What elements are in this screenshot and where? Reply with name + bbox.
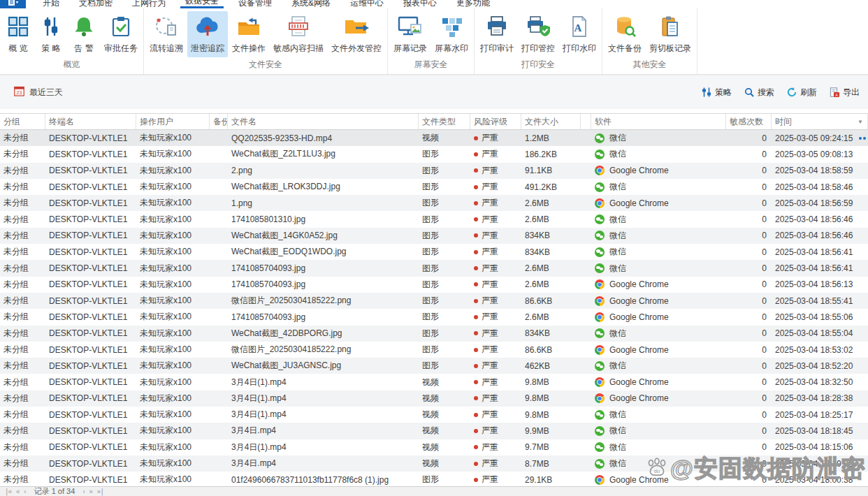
cell-count: 0 <box>726 163 772 179</box>
column-header-type[interactable]: 文件类型 <box>419 114 470 129</box>
ribbon-button-label: 打印管控 <box>521 43 555 54</box>
ribbon-group-label: 概览 <box>2 57 141 75</box>
column-header-file[interactable]: 文件名 <box>228 114 419 129</box>
cell-backup <box>210 407 228 423</box>
table-row[interactable]: 未分组DESKTOP-VLKTLE1未知玩家x1001741085704093.… <box>0 260 868 276</box>
table-row[interactable]: 未分组DESKTOP-VLKTLE1未知玩家x1003月4日.mp4视频严重8.… <box>0 455 868 472</box>
column-header-terminal[interactable]: 终端名 <box>45 114 136 129</box>
table-row[interactable]: 未分组DESKTOP-VLKTLE1未知玩家x100WeChat截图_JU3AG… <box>0 358 868 374</box>
risk-label: 严重 <box>482 458 498 469</box>
tab-2[interactable]: 文档加密 <box>74 0 117 8</box>
tab-4[interactable]: 数据安全 <box>180 0 224 8</box>
column-header-backup[interactable]: 备份 <box>210 114 228 129</box>
column-header-size[interactable]: 文件大小 <box>521 114 581 129</box>
ribbon-button-label: 泄密追踪 <box>191 43 224 54</box>
table-row[interactable]: 未分组DESKTOP-VLKTLE1未知玩家x100WeChat截图_14GK0… <box>0 228 868 244</box>
ribbon-button[interactable]: 概 览 <box>2 11 34 57</box>
ribbon-button[interactable]: 敏感内容扫描 <box>270 11 327 57</box>
ribbon-button[interactable]: 泄密追踪 <box>187 11 228 57</box>
ribbon-button[interactable]: 文件备份 <box>605 11 645 57</box>
table-row[interactable]: 未分组DESKTOP-VLKTLE1未知玩家x100WeChat截图_EODQ1… <box>0 244 868 260</box>
ribbon-group-buttons: 屏幕记录屏幕水印 <box>390 8 472 57</box>
date-filter-button[interactable]: 23 最近三天 <box>14 86 63 99</box>
cell-file: WeChat截图_Z2LT1LU3.jpg <box>228 146 419 162</box>
column-header-time[interactable]: 时间▼ <box>772 114 868 129</box>
software-name: Google Chrome <box>609 393 669 403</box>
table-row[interactable]: 未分组DESKTOP-VLKTLE1未知玩家x1003月4日(1).mp4视频严… <box>0 374 868 390</box>
ribbon-button[interactable]: 剪切板记录 <box>646 11 695 57</box>
pager-prev-page-icon[interactable]: « <box>16 488 20 495</box>
tab-3[interactable]: 上网行为 <box>127 0 171 8</box>
ribbon-button[interactable]: A打印水印 <box>559 11 600 57</box>
pager-next-icon[interactable]: › <box>82 488 85 495</box>
column-header-spacer[interactable] <box>581 114 591 129</box>
table-row[interactable]: 未分组DESKTOP-VLKTLE1未知玩家x1001741085704093.… <box>0 277 868 293</box>
ribbon-button[interactable]: 打印审计 <box>477 11 517 57</box>
table-row[interactable]: 未分组DESKTOP-VLKTLE1未知玩家x100QQ202535-92353… <box>0 130 868 146</box>
risk-dot <box>474 396 478 400</box>
column-header-group[interactable]: 分组 <box>0 114 45 129</box>
sliders-button[interactable]: 策略 <box>702 87 732 99</box>
row-more-dots[interactable] <box>859 137 866 140</box>
ribbon-button[interactable]: 流转追溯 <box>146 11 187 57</box>
tab-8[interactable]: 报表中心 <box>398 0 442 8</box>
table-row[interactable]: 未分组DESKTOP-VLKTLE1未知玩家x100WeChat截图_LROK3… <box>0 179 868 195</box>
table-row[interactable]: 未分组DESKTOP-VLKTLE1未知玩家x100微信图片_202503041… <box>0 342 868 358</box>
cell-terminal: DESKTOP-VLKTLE1 <box>45 309 136 325</box>
cell-spacer <box>581 146 591 162</box>
ribbon-button[interactable]: 告 警 <box>68 11 100 57</box>
table-row[interactable]: 未分组DESKTOP-VLKTLE1未知玩家x1001741085801310.… <box>0 211 868 227</box>
table-row[interactable]: 未分组DESKTOP-VLKTLE1未知玩家x1003月4日.mp4视频严重9.… <box>0 423 868 439</box>
app-menu-button[interactable] <box>0 0 26 8</box>
action-label: 策略 <box>715 87 732 99</box>
db-search-icon <box>613 15 637 38</box>
cell-count: 0 <box>726 244 772 260</box>
tab-6[interactable]: 系统&网络 <box>287 0 335 8</box>
ribbon-button[interactable]: 文件操作 <box>229 11 269 57</box>
wechat-icon <box>595 214 605 224</box>
column-header-user[interactable]: 操作用户 <box>136 114 210 129</box>
tab-5[interactable]: 设备管理 <box>233 0 277 8</box>
search-button[interactable]: 搜索 <box>744 87 774 99</box>
table-row[interactable]: 未分组DESKTOP-VLKTLE1未知玩家x1003月4日(1).mp4视频严… <box>0 407 868 423</box>
tab-9[interactable]: 更多功能 <box>451 0 495 8</box>
tab-1[interactable]: 开始 <box>38 0 64 8</box>
pager-first-icon[interactable]: |« <box>6 488 13 495</box>
tab-7[interactable]: 运维中心 <box>345 0 389 8</box>
ribbon-button[interactable]: 策 略 <box>35 11 67 57</box>
risk-label: 严重 <box>482 360 498 372</box>
cell-group: 未分组 <box>0 130 45 146</box>
column-header-software[interactable]: 软件 <box>591 114 726 129</box>
cell-group: 未分组 <box>0 407 45 423</box>
refresh-button[interactable]: 刷新 <box>787 87 817 99</box>
cell-user: 未知玩家x100 <box>136 407 210 423</box>
ribbon-button[interactable]: 文件外发管控 <box>328 11 385 57</box>
column-header-risk[interactable]: 风险评级 <box>470 114 521 129</box>
ribbon-group: 概 览策 略告 警审批任务概览 <box>0 8 144 74</box>
trace-flow-icon <box>154 15 179 38</box>
calendar-icon: 23 <box>14 86 24 99</box>
ribbon-button[interactable]: 审批任务 <box>101 11 141 57</box>
pager-last-icon[interactable]: »| <box>96 488 103 495</box>
cell-group: 未分组 <box>0 374 45 390</box>
export-button[interactable]: A导出 <box>830 87 860 99</box>
table-row[interactable]: 未分组DESKTOP-VLKTLE1未知玩家x100WeChat截图_42DBP… <box>0 326 868 342</box>
cell-terminal: DESKTOP-VLKTLE1 <box>45 342 136 358</box>
table-row[interactable]: 未分组DESKTOP-VLKTLE1未知玩家x1001.png图形严重2.6MB… <box>0 195 868 211</box>
table-row[interactable]: 未分组DESKTOP-VLKTLE1未知玩家x100WeChat截图_Z2LT1… <box>0 146 868 162</box>
ribbon-button[interactable]: 屏幕水印 <box>431 11 472 57</box>
pager-prev-icon[interactable]: ‹ <box>24 488 27 495</box>
table-row[interactable]: 未分组DESKTOP-VLKTLE1未知玩家x100微信图片_202503041… <box>0 293 868 309</box>
ribbon-button[interactable]: 打印管控 <box>518 11 558 57</box>
table-row[interactable]: 未分组DESKTOP-VLKTLE1未知玩家x10001f24960667837… <box>0 472 868 486</box>
table-row[interactable]: 未分组DESKTOP-VLKTLE1未知玩家x1003月4日(1).mp4视频严… <box>0 391 868 407</box>
ribbon-button[interactable]: 屏幕记录 <box>390 11 431 57</box>
cell-spacer <box>581 195 591 211</box>
pager-next-page-icon[interactable]: » <box>89 488 93 495</box>
column-header-count[interactable]: 敏感次数 <box>726 114 772 129</box>
table-row[interactable]: 未分组DESKTOP-VLKTLE1未知玩家x1002.png图形严重91.1K… <box>0 163 868 179</box>
cell-backup <box>210 195 228 211</box>
table-row[interactable]: 未分组DESKTOP-VLKTLE1未知玩家x1001741085704093.… <box>0 309 868 325</box>
table-row[interactable]: 未分组DESKTOP-VLKTLE1未知玩家x1003月4日(1).mp4视频严… <box>0 439 868 455</box>
column-filter-icon[interactable]: ▼ <box>858 119 863 125</box>
